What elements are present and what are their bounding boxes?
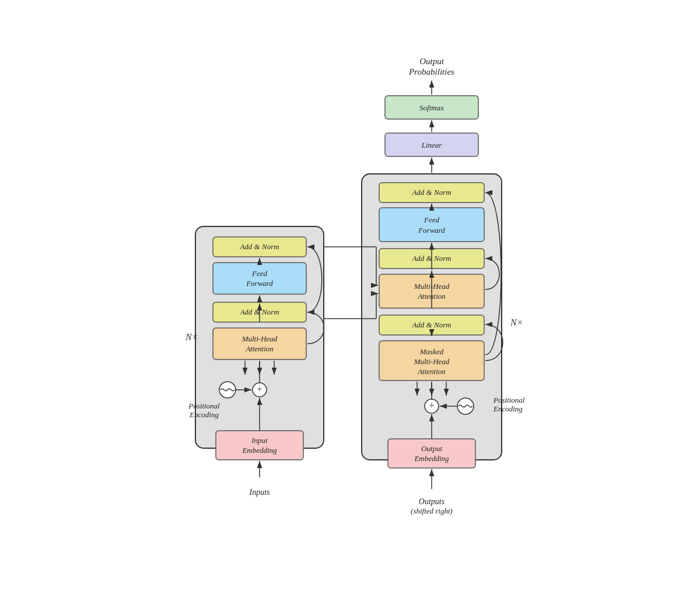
svg-rect-64 xyxy=(388,439,475,468)
svg-rect-43 xyxy=(379,315,484,335)
decoder-nx-label: N× xyxy=(510,317,523,327)
svg-rect-10 xyxy=(213,328,306,359)
transformer-diagram: N× Add & Norm Feed Forward Add & Norm Mu… xyxy=(88,16,612,588)
svg-text:Positional: Positional xyxy=(188,401,220,410)
svg-text:Positional: Positional xyxy=(493,396,525,404)
svg-text:+: + xyxy=(429,400,434,410)
svg-text:Output: Output xyxy=(421,444,443,453)
svg-text:Softmax: Softmax xyxy=(419,103,444,112)
svg-text:Attention: Attention xyxy=(417,292,446,301)
svg-rect-8 xyxy=(213,302,306,322)
svg-text:Probabilities: Probabilities xyxy=(408,67,454,76)
svg-text:Feed: Feed xyxy=(424,215,439,224)
svg-text:Multi-Head: Multi-Head xyxy=(414,282,450,291)
svg-rect-5 xyxy=(213,263,306,294)
svg-text:Embedding: Embedding xyxy=(414,454,449,463)
svg-text:Add & Norm: Add & Norm xyxy=(239,308,279,316)
svg-text:Forward: Forward xyxy=(418,226,445,235)
svg-point-21 xyxy=(219,382,236,398)
svg-point-57 xyxy=(425,399,439,413)
svg-rect-33 xyxy=(379,183,484,203)
svg-text:Outputs: Outputs xyxy=(419,497,445,506)
svg-rect-79 xyxy=(385,133,478,156)
svg-text:Encoding: Encoding xyxy=(493,404,523,413)
svg-text:Inputs: Inputs xyxy=(249,488,271,497)
encoder-nx-label: N× xyxy=(185,332,198,342)
svg-rect-26 xyxy=(216,431,303,460)
svg-rect-32 xyxy=(362,174,502,460)
svg-rect-3 xyxy=(213,237,306,257)
svg-text:Attention: Attention xyxy=(245,344,274,353)
svg-text:(shifted right): (shifted right) xyxy=(411,507,453,515)
svg-text:Attention: Attention xyxy=(417,367,446,376)
svg-text:Linear: Linear xyxy=(421,141,443,149)
svg-text:Masked: Masked xyxy=(419,347,444,356)
svg-point-59 xyxy=(457,398,474,414)
svg-text:Add & Norm: Add & Norm xyxy=(239,242,279,251)
svg-text:Forward: Forward xyxy=(246,279,273,288)
svg-text:Add & Norm: Add & Norm xyxy=(411,188,451,197)
svg-rect-2 xyxy=(195,226,324,448)
svg-text:Multi-Head: Multi-Head xyxy=(414,357,450,366)
svg-rect-35 xyxy=(379,208,484,242)
svg-text:+: + xyxy=(257,384,262,394)
svg-text:Add & Norm: Add & Norm xyxy=(411,320,451,329)
svg-text:Output: Output xyxy=(419,57,444,66)
svg-text:Encoding: Encoding xyxy=(189,410,219,419)
svg-rect-45 xyxy=(379,341,484,380)
svg-point-19 xyxy=(253,383,267,397)
svg-rect-40 xyxy=(379,274,484,308)
svg-rect-82 xyxy=(385,96,478,119)
svg-text:Add & Norm: Add & Norm xyxy=(411,254,451,263)
svg-text:Feed: Feed xyxy=(251,269,267,278)
svg-text:Input: Input xyxy=(251,436,268,445)
svg-rect-38 xyxy=(379,249,484,268)
svg-text:Embedding: Embedding xyxy=(242,446,277,455)
svg-text:Multi-Head: Multi-Head xyxy=(242,334,278,343)
